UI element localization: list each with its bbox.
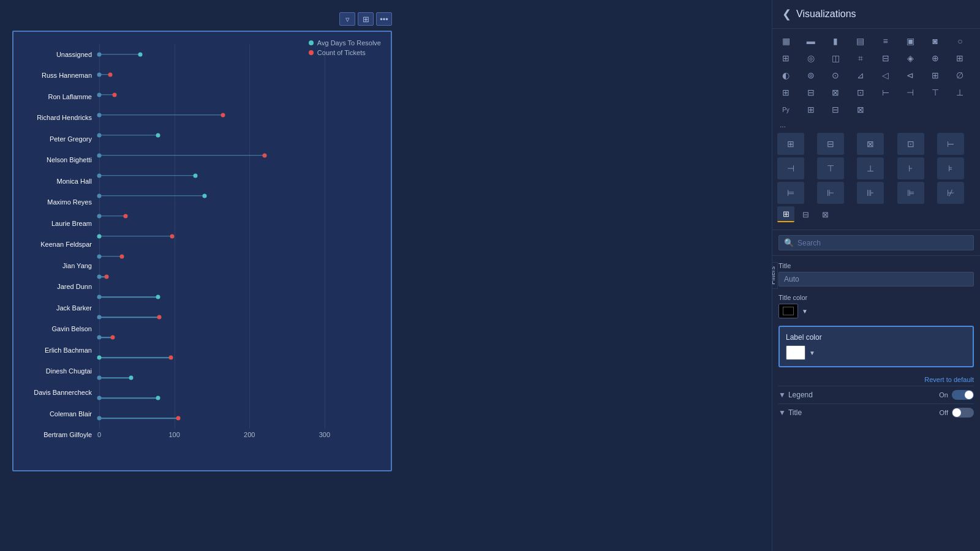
viz-icon-matrix[interactable]: ⊞: [951, 51, 968, 66]
table-row[interactable]: [99, 187, 385, 204]
viz-icon-python[interactable]: Py: [777, 102, 794, 117]
custom-icon-7[interactable]: ⊤: [817, 157, 844, 179]
viz-icon-bar[interactable]: ▦: [777, 34, 794, 48]
table-row[interactable]: [99, 147, 385, 164]
table-row[interactable]: [99, 66, 385, 83]
table-row[interactable]: [99, 268, 385, 285]
viz-icon-azure[interactable]: ⊣: [902, 85, 919, 100]
viz-icon-qs[interactable]: ⊞: [927, 68, 944, 83]
custom-icon-6[interactable]: ⊣: [777, 157, 804, 179]
custom-icon-4[interactable]: ⊡: [897, 133, 924, 155]
custom-icon-8[interactable]: ⊥: [857, 157, 884, 179]
table-row[interactable]: [99, 288, 385, 305]
search-input[interactable]: [797, 239, 968, 247]
special-icon-analytics[interactable]: ⊠: [816, 206, 834, 222]
custom-icon-2[interactable]: ⊟: [817, 133, 844, 155]
viz-icon-decomp[interactable]: ⊞: [777, 85, 794, 100]
viz-icon-column[interactable]: ▮: [827, 34, 844, 48]
table-row[interactable]: [99, 208, 385, 225]
custom-icon-10[interactable]: ⊧: [937, 157, 964, 179]
viz-icon-funnel[interactable]: ◐: [777, 68, 794, 83]
viz-icon-card[interactable]: ◈: [902, 51, 919, 66]
viz-icon-narr[interactable]: ⊟: [802, 85, 820, 100]
viz-icon-area[interactable]: ▣: [902, 34, 919, 48]
more-button[interactable]: •••: [376, 12, 392, 26]
custom-icon-3[interactable]: ⊠: [857, 133, 884, 155]
legend-toggle-row: ▼ Legend On: [778, 386, 974, 403]
custom-icons-grid-1: ⊞ ⊟ ⊠ ⊡ ⊢: [777, 133, 975, 155]
viz-icon-text[interactable]: ⊲: [902, 68, 919, 83]
viz-icon-ribbon[interactable]: ◙: [927, 34, 944, 48]
viz-icon-stacked-col[interactable]: ▤: [852, 34, 869, 48]
custom-icon-1[interactable]: ⊞: [777, 133, 804, 155]
legend-chevron[interactable]: ▼: [778, 391, 786, 399]
viz-icon-power-auto[interactable]: ⊤: [927, 85, 944, 100]
filters-tab[interactable]: Filters: [772, 262, 778, 289]
table-row[interactable]: [99, 349, 385, 366]
viz-icon-table[interactable]: ⊕: [927, 51, 944, 66]
viz-icon-blank[interactable]: ⊥: [951, 85, 968, 100]
custom-icon-15[interactable]: ⊬: [937, 182, 964, 204]
viz-icon-map[interactable]: ⌗: [852, 51, 869, 66]
custom-icon-5[interactable]: ⊢: [937, 133, 964, 155]
viz-icon-button[interactable]: ⊡: [852, 85, 869, 100]
viz-icon-image[interactable]: ◁: [877, 68, 894, 83]
title-chevron[interactable]: ▼: [778, 408, 786, 417]
table-row[interactable]: [99, 46, 385, 63]
viz-icon-waterfall[interactable]: ⊚: [802, 68, 820, 83]
chart-plot[interactable]: 0100200300: [99, 44, 385, 446]
more-icons-button[interactable]: ...: [777, 119, 975, 130]
revert-link[interactable]: Revert to default: [778, 373, 974, 386]
viz-icon-r[interactable]: ⊞: [802, 102, 820, 117]
viz-icon-gauge[interactable]: ⊟: [877, 51, 894, 66]
legend-toggle[interactable]: [952, 390, 974, 400]
table-row[interactable]: [99, 228, 385, 245]
y-label: Ron Laflamme: [20, 88, 94, 105]
filter-button[interactable]: ▿: [339, 12, 355, 26]
viz-icon-stacked-bar[interactable]: ▬: [802, 34, 820, 48]
title-prop-group: Title: [778, 262, 974, 287]
viz-icon-blank2[interactable]: ⊠: [852, 102, 869, 117]
viz-icon-pagn[interactable]: ⊢: [877, 85, 894, 100]
icon-row-3: ◐ ⊚ ⊙ ⊿ ◁ ⊲ ⊞ ∅: [777, 68, 975, 83]
back-button[interactable]: ❮: [782, 7, 791, 21]
expand-button[interactable]: ⊞: [358, 12, 374, 26]
label-color-swatch[interactable]: [786, 345, 805, 360]
viz-icon-scatter[interactable]: ○: [951, 34, 968, 48]
viz-icon-shape[interactable]: ⊿: [852, 68, 869, 83]
viz-icon-tree[interactable]: ◫: [827, 51, 844, 66]
table-row[interactable]: [99, 329, 385, 346]
viz-icon-donut[interactable]: ◎: [802, 51, 820, 66]
table-row[interactable]: [99, 309, 385, 326]
y-label: Coleman Blair: [20, 405, 94, 422]
custom-icon-11[interactable]: ⊨: [777, 182, 804, 204]
title-input[interactable]: [778, 272, 974, 287]
viz-icon-pie[interactable]: ⊞: [777, 51, 794, 66]
table-row[interactable]: [99, 410, 385, 427]
viz-icon-slicer[interactable]: ⊙: [827, 68, 844, 83]
table-row[interactable]: [99, 107, 385, 124]
label-color-box-title: Label color: [786, 333, 967, 342]
viz-icon-r2[interactable]: ⊟: [827, 102, 844, 117]
title-color-dropdown[interactable]: ▼: [802, 308, 808, 315]
viz-icon-bookmark[interactable]: ⊠: [827, 85, 844, 100]
custom-icon-14[interactable]: ⊫: [897, 182, 924, 204]
viz-icon-line[interactable]: ≡: [877, 34, 894, 48]
viz-icon-kpi[interactable]: ∅: [951, 68, 968, 83]
special-icon-table[interactable]: ⊞: [777, 206, 794, 222]
table-row[interactable]: [99, 248, 385, 265]
title-toggle[interactable]: [952, 408, 974, 418]
special-icon-format[interactable]: ⊟: [797, 206, 814, 222]
custom-icon-12[interactable]: ⊩: [817, 182, 844, 204]
table-row[interactable]: [99, 167, 385, 184]
custom-icon-13[interactable]: ⊪: [857, 182, 884, 204]
table-row[interactable]: [99, 86, 385, 103]
table-row[interactable]: [99, 389, 385, 407]
dot-end: [170, 234, 174, 238]
custom-icon-9[interactable]: ⊦: [897, 157, 924, 179]
table-row[interactable]: [99, 369, 385, 386]
title-color-swatch[interactable]: [778, 304, 798, 318]
x-tick: 0: [97, 431, 101, 438]
label-color-dropdown[interactable]: ▼: [809, 350, 815, 356]
table-row[interactable]: [99, 127, 385, 144]
